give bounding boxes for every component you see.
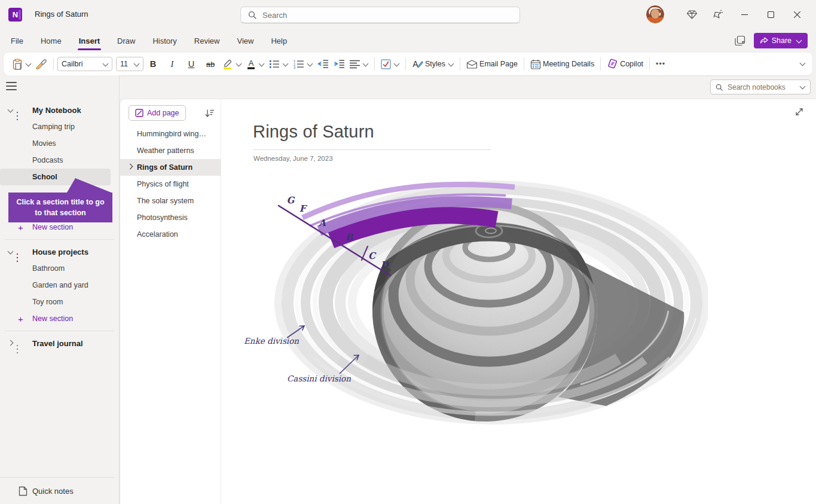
chevron-down-icon[interactable] bbox=[7, 106, 13, 112]
svg-text:3: 3 bbox=[294, 66, 295, 69]
feedback-megaphone-icon[interactable] bbox=[705, 5, 731, 23]
copy-page-icon[interactable] bbox=[735, 35, 745, 46]
page-item[interactable]: The solar system bbox=[120, 193, 221, 209]
page-item-selected[interactable]: Rings of Saturn bbox=[120, 159, 221, 176]
meeting-details-button[interactable]: Meeting Details bbox=[528, 57, 597, 71]
increase-indent-button[interactable] bbox=[331, 57, 347, 71]
section-podcasts[interactable]: Podcasts bbox=[0, 152, 119, 169]
premium-diamond-icon[interactable] bbox=[679, 5, 705, 23]
menu-home[interactable]: Home bbox=[39, 34, 63, 48]
strikethrough-button[interactable]: ab bbox=[201, 58, 220, 71]
todo-tag-chevron-icon bbox=[394, 60, 400, 66]
notebook-my-notebook[interactable]: My Notebook bbox=[0, 102, 119, 118]
minimize-button[interactable] bbox=[731, 2, 757, 26]
meeting-details-label: Meeting Details bbox=[543, 60, 594, 68]
bullet-list-button[interactable] bbox=[267, 57, 291, 71]
section-bathroom[interactable]: Bathroom bbox=[0, 260, 119, 277]
menu-view[interactable]: View bbox=[236, 34, 255, 48]
section-garden-and-yard[interactable]: Garden and yard bbox=[0, 277, 119, 294]
styles-icon: A bbox=[412, 59, 423, 69]
new-section-button[interactable]: + New section bbox=[0, 310, 119, 327]
avatar-image bbox=[646, 5, 664, 23]
paste-chevron-down-icon bbox=[26, 60, 32, 66]
paste-button[interactable] bbox=[10, 57, 33, 72]
font-color-chevron-icon bbox=[259, 60, 265, 66]
bold-button[interactable]: B bbox=[143, 57, 163, 71]
menu-help[interactable]: Help bbox=[270, 34, 288, 48]
onenote-app-icon: N bbox=[8, 8, 22, 22]
font-name-select[interactable]: Cailbri bbox=[57, 57, 112, 71]
chevron-right-icon bbox=[127, 164, 133, 170]
ring-label-d: D bbox=[380, 259, 389, 270]
window-title: Rings of Saturn bbox=[35, 10, 88, 19]
divider bbox=[5, 239, 114, 240]
copilot-button[interactable]: Copilot bbox=[604, 57, 646, 71]
decrease-indent-button[interactable] bbox=[315, 57, 331, 71]
notebook-travel-journal[interactable]: Travel journal bbox=[0, 335, 119, 352]
section-toy-room[interactable]: Toy room bbox=[0, 294, 119, 310]
add-page-button[interactable]: Add page bbox=[129, 105, 186, 121]
title-bar: N Rings of Saturn bbox=[0, 0, 816, 29]
page-title[interactable]: Rings of Saturn bbox=[253, 122, 374, 142]
page-item[interactable]: Photosynthesis bbox=[120, 209, 221, 226]
bullet-list-icon bbox=[269, 59, 280, 69]
email-page-button[interactable]: Email Page bbox=[464, 58, 520, 71]
expand-page-icon[interactable] bbox=[794, 106, 805, 117]
styles-label: Styles bbox=[425, 60, 445, 68]
format-painter-button[interactable] bbox=[33, 57, 50, 71]
svg-text:A: A bbox=[249, 59, 254, 68]
chevron-down-icon[interactable] bbox=[7, 248, 13, 254]
todo-tag-button[interactable] bbox=[378, 57, 402, 71]
increase-indent-icon bbox=[334, 59, 345, 69]
font-name-value: Cailbri bbox=[62, 60, 82, 68]
ribbon-collapse-chevron-icon[interactable] bbox=[800, 60, 806, 66]
maximize-button[interactable] bbox=[757, 2, 784, 26]
menu-bar: File Home Insert Draw History Review Vie… bbox=[0, 29, 816, 53]
section-movies[interactable]: Movies bbox=[0, 135, 119, 152]
highlighter-button[interactable] bbox=[220, 57, 244, 71]
saturn-drawing[interactable]: G F A B C D Enke division Cassini divisi… bbox=[236, 176, 708, 433]
page-item[interactable]: Weather patterns bbox=[120, 142, 221, 159]
global-search-box[interactable] bbox=[240, 7, 520, 23]
hamburger-menu-icon[interactable] bbox=[6, 82, 17, 90]
menu-insert[interactable]: Insert bbox=[78, 34, 101, 48]
envelope-icon bbox=[466, 60, 478, 69]
styles-chevron-icon bbox=[448, 60, 454, 66]
notebook-house-projects[interactable]: House projects bbox=[0, 243, 119, 260]
search-notebooks-input[interactable] bbox=[726, 83, 796, 92]
ring-label-b: B bbox=[346, 232, 354, 243]
section-camping-trip[interactable]: Camping trip bbox=[0, 118, 119, 135]
ring-label-f: F bbox=[299, 203, 308, 214]
italic-button[interactable]: I bbox=[163, 57, 182, 71]
share-label: Share bbox=[772, 36, 791, 45]
share-button[interactable]: Share bbox=[754, 33, 808, 48]
cassini-division-label: Cassini division bbox=[287, 374, 351, 383]
chevron-right-icon[interactable] bbox=[7, 340, 13, 346]
sort-pages-icon[interactable] bbox=[205, 109, 215, 118]
enke-division-label: Enke division bbox=[244, 336, 299, 346]
underline-button[interactable]: U bbox=[182, 57, 201, 71]
font-size-select[interactable]: 11 bbox=[116, 57, 143, 71]
close-button[interactable] bbox=[784, 2, 810, 26]
alignment-button[interactable] bbox=[347, 58, 371, 71]
menu-history[interactable]: History bbox=[151, 34, 178, 48]
search-input[interactable] bbox=[261, 10, 491, 20]
search-notebooks-box[interactable] bbox=[710, 80, 811, 94]
search-icon bbox=[248, 11, 256, 19]
avatar[interactable] bbox=[646, 5, 664, 23]
onenote-window: N Rings of Saturn bbox=[0, 0, 816, 504]
page-date[interactable]: Wednesday, June 7, 2023 bbox=[253, 155, 333, 162]
menu-review[interactable]: Review bbox=[193, 34, 221, 48]
numbered-list-button[interactable]: 123 bbox=[291, 57, 315, 71]
font-color-button[interactable]: A bbox=[244, 57, 267, 71]
page-item[interactable]: Accelaration bbox=[120, 226, 221, 243]
menu-file[interactable]: File bbox=[10, 34, 25, 48]
menu-draw[interactable]: Draw bbox=[116, 34, 136, 48]
page-canvas[interactable]: Rings of Saturn Wednesday, June 7, 2023 bbox=[221, 99, 816, 504]
page-item[interactable]: Hummingbird wing… bbox=[120, 126, 221, 142]
page-item[interactable]: Physics of flight bbox=[120, 176, 221, 193]
more-commands-button[interactable]: ••• bbox=[653, 58, 668, 70]
copilot-icon bbox=[607, 59, 618, 69]
styles-button[interactable]: A Styles bbox=[409, 57, 456, 71]
quick-notes-button[interactable]: Quick notes bbox=[0, 477, 114, 504]
